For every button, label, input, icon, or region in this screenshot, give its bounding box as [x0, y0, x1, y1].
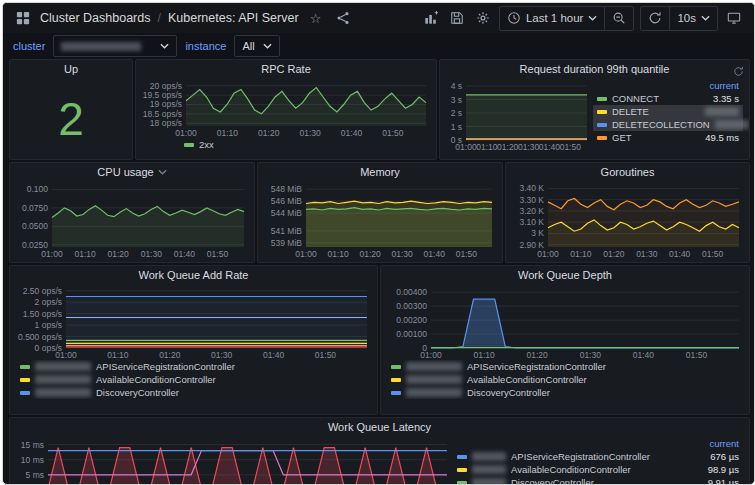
svg-text:01:10: 01:10 — [327, 249, 349, 259]
legend-item[interactable]: DiscoveryController — [387, 386, 745, 399]
cluster-variable-label: cluster — [13, 40, 45, 52]
series-label: CONNECT — [612, 93, 659, 104]
breadcrumb-dashboard-title[interactable]: Kubernetes: API Server — [168, 11, 299, 25]
breadcrumb-folder[interactable]: Cluster Dashboards — [40, 11, 150, 25]
svg-text:3.40 K: 3.40 K — [519, 183, 544, 193]
svg-text:01:40: 01:40 — [174, 249, 196, 259]
up-stat-value: 2 — [10, 78, 132, 159]
work-queue-latency-chart[interactable]: 5 ms10 ms15 ms01:0001:1001:2001:3001:400… — [14, 436, 453, 485]
request-duration-chart[interactable]: 0 s1 s2 s3 s4 s01:0001:1001:2001:3001:40… — [444, 78, 593, 152]
svg-text:01:50: 01:50 — [315, 350, 337, 360]
memory-chart[interactable]: 539 MiB541 MiB544 MiB546 MiB548 MiB01:00… — [262, 181, 498, 259]
redacted-prefix — [472, 478, 506, 485]
svg-text:544 MiB: 544 MiB — [271, 208, 303, 218]
svg-text:01:00: 01:00 — [41, 249, 63, 259]
legend-item[interactable]: AvailableConditionController 98.9 µs — [453, 463, 743, 476]
svg-text:1 s: 1 s — [451, 122, 462, 132]
dashboard-settings-gear-icon[interactable] — [473, 8, 493, 28]
legend-item[interactable]: AvailableConditionController — [387, 373, 745, 386]
redacted-prefix — [472, 452, 506, 461]
legend-item-2xx[interactable]: 2xx — [140, 138, 432, 151]
series-current-value: 98.9 µs — [708, 464, 739, 475]
panel-work-queue-depth: Work Queue Depth 00.001000.002000.003000… — [380, 265, 750, 415]
legend-item[interactable]: APIServiceRegistrationController — [387, 360, 745, 373]
svg-text:10 ms: 10 ms — [21, 455, 44, 465]
panel-title-goroutines[interactable]: Goroutines — [506, 163, 749, 181]
redacted-prefix — [35, 388, 91, 397]
svg-text:19.5 ops/s: 19.5 ops/s — [143, 90, 182, 100]
redacted-value — [715, 120, 749, 129]
refresh-picker-group: 10s — [640, 6, 718, 31]
refresh-interval-dropdown[interactable]: 10s — [669, 7, 717, 30]
series-color-swatch — [20, 378, 30, 382]
panel-title-work-queue-depth[interactable]: Work Queue Depth — [381, 266, 749, 284]
series-color-swatch — [184, 143, 194, 147]
svg-text:01:10: 01:10 — [217, 128, 239, 138]
zoom-out-time-button[interactable] — [604, 7, 633, 30]
legend-item-get[interactable]: GET 49.5 ms — [593, 131, 743, 144]
svg-text:539 MiB: 539 MiB — [271, 238, 303, 248]
cluster-variable-select[interactable] — [53, 35, 177, 57]
series-color-swatch — [391, 365, 401, 369]
legend-item[interactable]: DiscoveryController 9.91 µs — [453, 476, 743, 485]
legend-item[interactable]: DiscoveryController — [16, 386, 373, 399]
legend-item[interactable]: AvailableConditionController — [16, 373, 373, 386]
add-panel-icon[interactable] — [421, 8, 441, 28]
panel-title-up[interactable]: Up — [10, 60, 132, 78]
series-label: GET — [612, 132, 632, 143]
series-color-swatch — [391, 391, 401, 395]
legend-item-deletecollection[interactable]: DELETECOLLECTION — [593, 118, 743, 131]
refresh-button[interactable] — [641, 7, 669, 30]
legend-item-connect[interactable]: CONNECT 3.35 s — [593, 92, 743, 105]
share-icon[interactable] — [333, 8, 353, 28]
star-icon[interactable]: ☆ — [306, 8, 326, 28]
series-color-swatch — [597, 136, 607, 140]
navbar-actions: Last 1 hour 10s — [421, 6, 744, 31]
series-color-swatch — [457, 455, 467, 459]
redacted-prefix — [406, 388, 462, 397]
svg-text:01:20: 01:20 — [159, 350, 181, 360]
panel-title-rpc-rate[interactable]: RPC Rate — [136, 60, 436, 78]
svg-text:01:50: 01:50 — [702, 249, 724, 259]
svg-text:15 ms: 15 ms — [21, 440, 44, 450]
panel-title-memory[interactable]: Memory — [258, 163, 502, 181]
panel-title-work-queue-latency[interactable]: Work Queue Latency — [10, 418, 749, 436]
svg-text:01:40: 01:40 — [539, 142, 561, 152]
series-label: APIServiceRegistrationController — [96, 361, 235, 372]
panel-title-request-duration[interactable]: Request duration 99th quantile — [440, 60, 749, 78]
work-queue-add-rate-legend: APIServiceRegistrationController Availab… — [14, 360, 373, 399]
save-dashboard-icon[interactable] — [447, 8, 467, 28]
panel-memory: Memory 539 MiB541 MiB544 MiB546 MiB548 M… — [257, 162, 503, 263]
legend-item[interactable]: APIServiceRegistrationController — [16, 360, 373, 373]
svg-text:01:40: 01:40 — [669, 249, 691, 259]
panel-title-work-queue-add-rate[interactable]: Work Queue Add Rate — [10, 266, 377, 284]
chevron-down-icon — [263, 43, 272, 49]
rpc-rate-chart[interactable]: 18 ops/s18.5 ops/s19 ops/s19.5 ops/s20 o… — [140, 78, 432, 138]
svg-text:1.50 ops/s: 1.50 ops/s — [23, 309, 62, 319]
svg-text:18.5 ops/s: 18.5 ops/s — [143, 109, 182, 119]
svg-text:01:20: 01:20 — [108, 249, 130, 259]
work-queue-depth-chart[interactable]: 00.001000.002000.003000.0040001:0001:100… — [385, 284, 745, 360]
kiosk-monitor-icon[interactable] — [724, 8, 744, 28]
chevron-down-icon — [158, 169, 167, 175]
series-label: DELETE — [612, 106, 649, 117]
time-range-picker[interactable]: Last 1 hour — [500, 7, 605, 30]
cpu-usage-chart[interactable]: 0.02500.05000.07500.10001:0001:1001:2001… — [14, 181, 250, 259]
svg-text:01:00: 01:00 — [175, 128, 197, 138]
panel-goroutines: Goroutines 2.90 K3 K3.10 K3.20 K3.30 K3.… — [505, 162, 750, 263]
legend-item-delete[interactable]: DELETE — [593, 105, 743, 118]
panel-title-cpu-usage[interactable]: CPU usage — [10, 163, 254, 181]
series-color-swatch — [20, 391, 30, 395]
redacted-prefix — [35, 362, 91, 371]
svg-text:01:10: 01:10 — [473, 350, 495, 360]
apps-grid-icon[interactable] — [13, 8, 33, 28]
svg-text:01:50: 01:50 — [207, 249, 229, 259]
goroutines-chart[interactable]: 2.90 K3 K3.10 K3.20 K3.30 K3.40 K01:0001… — [510, 181, 745, 259]
instance-variable-select[interactable]: All — [234, 35, 279, 57]
svg-text:01:50: 01:50 — [382, 128, 404, 138]
time-picker-group: Last 1 hour — [499, 6, 635, 31]
work-queue-add-rate-chart[interactable]: 0 ops/s0.500 ops/s1 ops/s1.50 ops/s2 ops… — [14, 284, 373, 360]
chevron-down-icon — [160, 43, 169, 49]
legend-item[interactable]: APIServiceRegistrationController 676 µs — [453, 450, 743, 463]
work-queue-depth-legend: APIServiceRegistrationController Availab… — [385, 360, 745, 399]
